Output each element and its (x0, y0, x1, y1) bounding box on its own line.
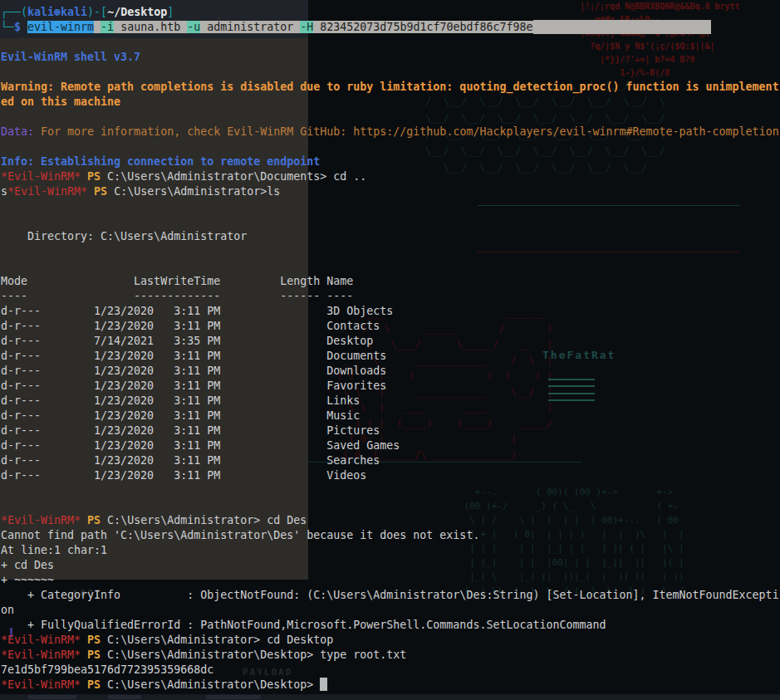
terminal-text-segment: C:\Users\Administrator>ls (107, 185, 280, 198)
terminal-text-segment: *Evil-WinRM* (1, 678, 81, 691)
terminal-text-segment: $ (14, 21, 27, 33)
terminal-line: d-r--- 1/23/2020 3:11 PM Contacts (1, 319, 779, 334)
terminal-text-segment: For more information, check Evil-WinRM G… (41, 125, 779, 138)
terminal-text-segment: d-r--- 1/23/2020 3:11 PM Documents (1, 350, 386, 362)
terminal-line (1, 140, 779, 154)
terminal-line: *Evil-WinRM* PS C:\Users\Administrator\D… (1, 648, 779, 663)
terminal-text-segment: Mode LastWriteTime Length Name (1, 275, 353, 287)
terminal-line: d-r--- 1/23/2020 3:11 PM Saved Games (1, 438, 779, 453)
terminal-line (1, 498, 779, 513)
terminal-text-segment: -H (300, 21, 313, 33)
terminal-line: Cannot find path 'C:\Users\Administrator… (1, 528, 779, 543)
terminal-line: s*Evil-WinRM* PS C:\Users\Administrator>… (1, 184, 779, 199)
terminal-text-segment: *Evil-WinRM* (1, 170, 81, 183)
terminal-line: + cd Des (1, 558, 779, 573)
terminal-text-segment: d-r--- 1/23/2020 3:11 PM Contacts (1, 320, 380, 332)
terminal-screen[interactable]: ┌──(kali⊛kali)-[~/Desktop]└─$ evil-winrm… (1, 5, 779, 693)
terminal-text-segment: evil-winrm (27, 21, 94, 33)
terminal-text-segment: PS (87, 678, 101, 691)
terminal-line: ---- ------------- ------ ---- (1, 289, 779, 304)
terminal-line: d-r--- 1/23/2020 3:11 PM Links (1, 394, 779, 409)
terminal-text-segment: d-r--- 7/14/2021 3:35 PM Desktop (1, 335, 373, 347)
terminal-text-segment: ~/Desktop (107, 6, 167, 18)
terminal-text-segment: PS (94, 185, 107, 198)
terminal-line (1, 214, 779, 229)
terminal-text-segment: sauna.htb (114, 21, 187, 33)
terminal-line: At line:1 char:1 (1, 543, 779, 558)
terminal-text-segment: *Evil-WinRM* (1, 649, 81, 661)
terminal-text-segment: PS (87, 170, 101, 183)
terminal-line: d-r--- 1/23/2020 3:11 PM Videos (1, 468, 779, 483)
terminal-line: on (1, 603, 779, 618)
terminal-text-segment: d-r--- 1/23/2020 3:11 PM Searches (1, 454, 380, 467)
terminal-line: ed on this machine (1, 95, 779, 110)
terminal-text-segment (81, 170, 87, 183)
terminal-text-segment (81, 649, 87, 661)
terminal-line: Directory: C:\Users\Administrator (1, 229, 779, 244)
terminal-line: d-r--- 1/23/2020 3:11 PM Searches (1, 453, 779, 468)
terminal-text-segment: + FullyQualifiedErrorId : PathNotFound,M… (1, 619, 606, 631)
terminal-text-segment: C:\Users\Administrator\Desktop> type roo… (101, 649, 406, 661)
terminal-text-segment: d-r--- 1/23/2020 3:11 PM Downloads (1, 365, 386, 377)
terminal-text-segment: d-r--- 1/23/2020 3:11 PM Saved Games (1, 439, 400, 452)
terminal-text-segment: d-r--- 1/23/2020 3:11 PM Music (1, 409, 360, 422)
terminal-text-segment: + ~~~~~~ (1, 574, 54, 586)
terminal-text-segment (81, 634, 87, 646)
terminal-text-segment: C:\Users\Administrator\Documents> cd .. (101, 170, 366, 183)
terminal-line: *Evil-WinRM* PS C:\Users\Administrator\D… (1, 678, 779, 693)
terminal-text-segment: ed on this machine (1, 95, 120, 108)
terminal-text-segment: Evil-WinRM shell v3.7 (1, 51, 140, 63)
terminal-line: d-r--- 1/23/2020 3:11 PM 3D Objects (1, 304, 779, 319)
terminal-line: Mode LastWriteTime Length Name (1, 274, 779, 289)
terminal-text-segment: Cannot find path 'C:\Users\Administrator… (1, 529, 479, 541)
terminal-line: Info: Establishing connection to remote … (1, 154, 779, 169)
terminal-line: ┌──(kali⊛kali)-[~/Desktop] (1, 5, 779, 20)
terminal-line (1, 65, 779, 80)
terminal-text-segment (81, 514, 87, 526)
terminal-text-segment: PS (87, 649, 101, 661)
terminal-line (1, 244, 779, 259)
terminal-line: + FullyQualifiedErrorId : PathNotFound,M… (1, 618, 779, 633)
terminal-text-segment: *Evil-WinRM* (1, 514, 81, 526)
terminal-text-segment: Info: Establishing connection to remote … (1, 155, 320, 168)
terminal-text-segment: administrator (200, 21, 300, 33)
terminal-text-segment: + CategoryInfo : ObjectNotFound: (C:\Use… (1, 589, 779, 601)
terminal-text-segment: d-r--- 1/23/2020 3:11 PM Favorites (1, 379, 386, 392)
terminal-text-segment: *Evil-WinRM* (7, 185, 87, 198)
terminal-text-segment: -u (187, 21, 200, 33)
terminal-line: d-r--- 1/23/2020 3:11 PM Music (1, 409, 779, 423)
terminal-text-segment: d-r--- 1/23/2020 3:11 PM Pictures (1, 424, 380, 437)
terminal-text-segment: Warning: Remote path completions is disa… (1, 81, 779, 93)
terminal-text-segment: PS (87, 634, 101, 646)
bottom-panel (0, 694, 780, 700)
desktop: { "wallpaper": { "title": "TheFatRat", "… (0, 0, 780, 700)
terminal-text-segment: C:\Users\Administrator\Desktop> (101, 678, 320, 691)
terminal-text-segment: -i (101, 21, 114, 33)
terminal-line (1, 199, 779, 214)
terminal-text-segment (533, 20, 711, 34)
terminal-text-segment: 7e1d5bf799bea5176d772395359668dc (1, 663, 213, 676)
terminal-line: d-r--- 1/23/2020 3:11 PM Downloads (1, 364, 779, 379)
terminal-text-segment: s (1, 185, 7, 198)
terminal-line: + CategoryInfo : ObjectNotFound: (C:\Use… (1, 588, 779, 603)
terminal-text-segment: PS (87, 514, 101, 526)
terminal-line: *Evil-WinRM* PS C:\Users\Administrator> … (1, 513, 779, 528)
terminal-text-segment: C:\Users\Administrator> cd Desktop (101, 634, 333, 646)
terminal-line: d-r--- 1/23/2020 3:11 PM Documents (1, 349, 779, 364)
terminal-text-segment: Directory: C:\Users\Administrator (1, 230, 247, 242)
terminal-text-segment: └─ (1, 21, 14, 33)
terminal-text-segment: ┌──( (1, 6, 27, 18)
terminal-text-segment: ---- ------------- ------ ---- (1, 290, 353, 302)
terminal-text-segment (87, 185, 94, 198)
terminal-text-segment: d-r--- 1/23/2020 3:11 PM 3D Objects (1, 305, 393, 317)
terminal-text-segment: )-[ (87, 6, 107, 18)
terminal-line: └─$ evil-winrm -i sauna.htb -u administr… (1, 20, 779, 35)
terminal-line: *Evil-WinRM* PS C:\Users\Administrator\D… (1, 169, 779, 184)
terminal-line: d-r--- 7/14/2021 3:35 PM Desktop (1, 334, 779, 349)
terminal-text-segment: d-r--- 1/23/2020 3:11 PM Links (1, 394, 360, 407)
terminal-line: Data: For more information, check Evil-W… (1, 125, 779, 140)
terminal-line: *Evil-WinRM* PS C:\Users\Administrator> … (1, 633, 779, 648)
terminal-text-segment: C:\Users\Administrator> cd Des (101, 514, 307, 526)
text-cursor[interactable] (320, 678, 327, 691)
terminal-text-segment: kali (27, 6, 54, 18)
